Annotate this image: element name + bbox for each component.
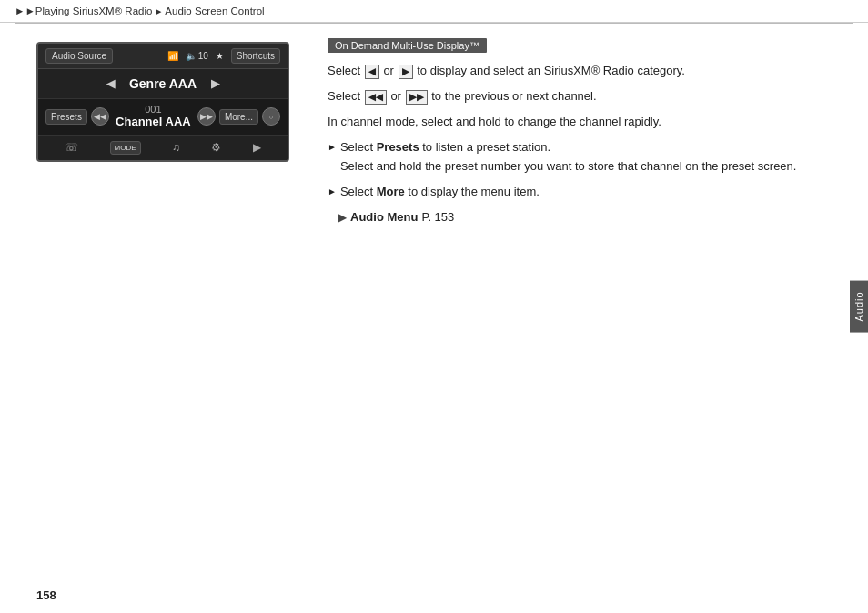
genre-row: ◀ Genre AAA ▶ xyxy=(38,69,288,99)
audio-source-button[interactable]: Audio Source xyxy=(45,48,113,64)
more-button[interactable]: More... xyxy=(219,109,258,125)
left-arrow-button: ◀ xyxy=(365,65,379,79)
music-icon[interactable]: ♫ xyxy=(172,141,180,154)
circle-icon: ○ xyxy=(269,113,274,121)
genre-prev-button[interactable]: ◀ xyxy=(106,77,115,90)
channel-number: 001 xyxy=(145,105,161,115)
para2: Select ◀◀ or ▶▶ to the previous or next … xyxy=(328,87,846,106)
ref-text: Audio Menu xyxy=(350,208,418,226)
breadcrumb: ►► Playing SiriusXM® Radio ► Audio Scree… xyxy=(0,0,868,23)
genre-next-button[interactable]: ▶ xyxy=(211,77,219,90)
nav-icon[interactable]: ▶ xyxy=(253,141,261,154)
sidebar-audio-tab: Audio xyxy=(850,280,868,332)
prev-track-icon: ◀◀ xyxy=(94,112,106,121)
right-panel: On Demand Multi-Use Display™ Select ◀ or… xyxy=(309,24,868,613)
bullet-item-1: ► Select Presets to listen a preset stat… xyxy=(328,138,846,175)
bullet-arrow-2: ► xyxy=(328,185,337,199)
section-label: On Demand Multi-Use Display™ xyxy=(328,38,487,53)
channel-info: 001 Channel AAA xyxy=(113,105,194,129)
presets-term: Presets xyxy=(377,140,419,154)
channel-name: Channel AAA xyxy=(116,115,191,129)
bullet-arrow-1: ► xyxy=(328,140,337,155)
mode-button[interactable]: MODE xyxy=(110,141,141,155)
channel-row: Presets ◀◀ 001 Channel AAA ▶▶ More... ○ xyxy=(38,99,288,136)
phone-icon[interactable]: ☏ xyxy=(65,141,78,154)
genre-label: Genre AAA xyxy=(129,76,197,91)
bullet-text-2: Select More to display the menu item. xyxy=(340,183,540,201)
left-panel: Audio Source 📶 🔈 10 ★ Shortcuts ◀ Genre … xyxy=(0,24,309,613)
para3: In channel mode, select and hold to chan… xyxy=(328,113,846,131)
para1: Select ◀ or ▶ to display and select an S… xyxy=(328,62,846,80)
more-term: More xyxy=(377,185,405,198)
screen-icons: 📶 🔈 10 ★ Shortcuts xyxy=(167,48,280,64)
breadcrumb-separator: ► xyxy=(154,6,163,16)
bullet1-sub: Select and hold the preset number you wa… xyxy=(340,159,797,173)
right-arrow-button: ▶ xyxy=(399,65,413,79)
presets-button[interactable]: Presets xyxy=(45,109,87,125)
breadcrumb-part2: Audio Screen Control xyxy=(165,5,264,16)
circle-button-right[interactable]: ○ xyxy=(262,107,280,126)
bullet-item-2: ► Select More to display the menu item. xyxy=(328,183,846,201)
breadcrumb-arrow1: ►► xyxy=(15,5,35,16)
volume-value: 10 xyxy=(198,51,208,61)
ref-line: ▶ Audio Menu P. 153 xyxy=(338,208,846,226)
fastforward-button: ▶▶ xyxy=(406,90,428,105)
ref-icon: ▶ xyxy=(338,209,347,226)
volume-display: 🔈 10 xyxy=(186,51,208,61)
car-screen: Audio Source 📶 🔈 10 ★ Shortcuts ◀ Genre … xyxy=(36,42,289,162)
signal-icon: 📶 xyxy=(167,51,178,61)
ref-page: P. 153 xyxy=(421,208,454,226)
para2-select: Select xyxy=(328,89,360,103)
star-icon: ★ xyxy=(216,51,224,61)
settings-icon[interactable]: ⚙ xyxy=(211,141,221,154)
bullet-text-1: Select Presets to listen a preset statio… xyxy=(340,138,797,175)
bottom-icon-bar: ☏ MODE ♫ ⚙ ▶ xyxy=(38,136,288,160)
content-area: Select ◀ or ▶ to display and select an S… xyxy=(328,62,846,226)
breadcrumb-part1: Playing SiriusXM® Radio xyxy=(35,5,153,16)
page-number: 158 xyxy=(36,588,56,602)
prev-track-button[interactable]: ◀◀ xyxy=(91,107,109,126)
next-track-button[interactable]: ▶▶ xyxy=(197,107,216,126)
next-track-icon: ▶▶ xyxy=(200,112,213,121)
screen-top-bar: Audio Source 📶 🔈 10 ★ Shortcuts xyxy=(38,44,288,69)
volume-icon: 🔈 xyxy=(186,51,197,61)
shortcuts-button[interactable]: Shortcuts xyxy=(231,48,280,64)
rewind-button: ◀◀ xyxy=(365,90,387,105)
para1-select: Select xyxy=(328,64,360,77)
